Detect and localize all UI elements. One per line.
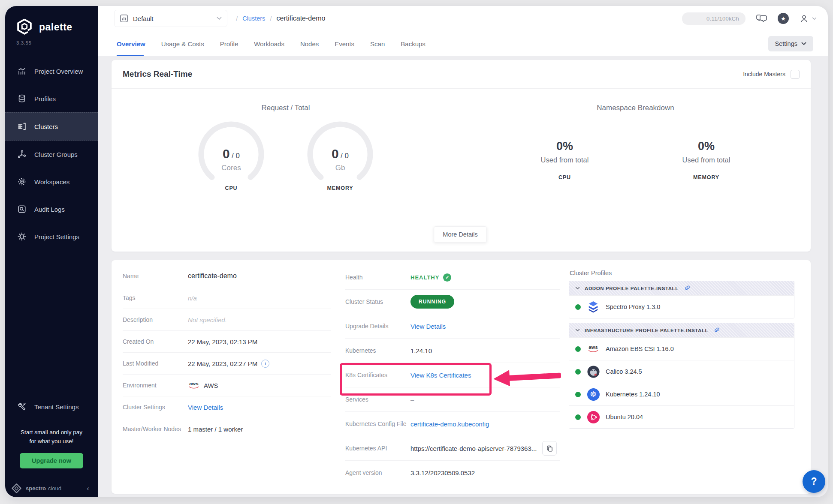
detail-row-name: Name certificate-demo bbox=[123, 265, 331, 287]
sidebar-footer: spectro cloud ‹ bbox=[5, 479, 98, 497]
tools-icon bbox=[17, 402, 27, 411]
sidebar-item-tenant-settings[interactable]: Tenant Settings bbox=[5, 395, 98, 419]
cpu-gauge-unit: Cores bbox=[195, 164, 267, 172]
sidebar-item-workspaces[interactable]: Workspaces bbox=[5, 168, 98, 195]
addon-profile-header[interactable]: ADDON PROFILE PALETTE-INSTALL bbox=[569, 281, 794, 295]
pack-row-spectro-proxy[interactable]: Spectro Proxy 1.3.0 bbox=[569, 295, 794, 318]
aws-logo-icon: aws bbox=[188, 381, 200, 389]
chevron-down-icon bbox=[575, 287, 580, 290]
project-chart-icon bbox=[120, 14, 128, 23]
copy-icon[interactable] bbox=[542, 441, 557, 456]
chat-icon[interactable] bbox=[756, 14, 767, 24]
row-label: Master/Worker Nodes bbox=[123, 426, 188, 432]
row-label: Cluster Status bbox=[345, 298, 410, 305]
spectro-proxy-logo-icon bbox=[587, 300, 600, 313]
sidebar-item-label: Project Settings bbox=[34, 233, 79, 240]
healthy-status-text: HEALTHY bbox=[410, 274, 439, 281]
request-total-panel: Request / Total 0 / 0 Cores CPU bbox=[112, 88, 460, 191]
pack-name: Spectro Proxy 1.3.0 bbox=[606, 303, 660, 310]
sidebar-item-clusters[interactable]: Clusters bbox=[5, 112, 98, 141]
settings-button-label: Settings bbox=[775, 40, 797, 47]
tab-events[interactable]: Events bbox=[335, 31, 354, 56]
cluster-profiles-title: Cluster Profiles bbox=[570, 270, 794, 276]
detail-row-cluster-settings: Cluster Settings View Details bbox=[123, 396, 331, 418]
view-k8s-certificates-link[interactable]: View K8s Certificates bbox=[410, 372, 471, 379]
more-details-button[interactable]: More Details bbox=[434, 226, 486, 243]
gauges: 0 / 0 Cores CPU 0 / bbox=[112, 120, 460, 191]
tab-overview[interactable]: Overview bbox=[117, 31, 145, 56]
created-on-value: 22 May, 2023, 02:13 PM bbox=[188, 338, 257, 345]
sidebar-nav: Project Overview Profiles Clusters Clust… bbox=[5, 57, 98, 250]
spectro-cloud-logo-icon bbox=[11, 483, 22, 494]
detail-row-agent-version: Agent version 3.3.12/20230509.0532 bbox=[345, 461, 560, 485]
sidebar-bottom: Tenant Settings Start small and only pay… bbox=[5, 395, 98, 497]
link-icon[interactable] bbox=[714, 327, 720, 334]
status-dot-green bbox=[575, 346, 581, 352]
pack-name: Amazon EBS CSI 1.16.0 bbox=[606, 345, 674, 352]
help-button[interactable]: ? bbox=[803, 470, 825, 493]
user-menu[interactable] bbox=[799, 14, 817, 24]
sidebar-item-cluster-groups[interactable]: Cluster Groups bbox=[5, 141, 98, 168]
memory-request-value: 0 bbox=[332, 147, 339, 161]
pack-row-kubernetes[interactable]: ☸ Kubernetes 1.24.10 bbox=[569, 383, 794, 405]
settings-button[interactable]: Settings bbox=[768, 36, 813, 51]
sidebar-item-project-settings[interactable]: Project Settings bbox=[5, 223, 98, 250]
memory-gauge-unit: Gb bbox=[304, 164, 376, 172]
sidebar-item-project-overview[interactable]: Project Overview bbox=[5, 57, 98, 85]
detail-row-upgrade-details: Upgrade Details View Details bbox=[345, 314, 560, 339]
chevron-down-icon bbox=[801, 42, 806, 45]
value-separator: / bbox=[232, 152, 234, 160]
row-label: K8s Certificates bbox=[345, 372, 410, 378]
details-left-column: Name certificate-demo Tags n/a Descripti… bbox=[123, 265, 331, 440]
sidebar-item-audit-logs[interactable]: Audit Logs bbox=[5, 195, 98, 223]
sidebar-item-label: Cluster Groups bbox=[34, 151, 78, 158]
kubernetes-api-url: https://certificate-demo-apiserver-78793… bbox=[410, 445, 537, 452]
sidebar-item-label: Project Overview bbox=[34, 68, 83, 75]
row-label: Agent version bbox=[345, 469, 410, 476]
tab-nodes[interactable]: Nodes bbox=[300, 31, 319, 56]
row-label: Description bbox=[123, 316, 188, 323]
star-badge-icon[interactable]: ★ bbox=[778, 13, 789, 24]
pack-row-ubuntu[interactable]: Ubuntu 20.04 bbox=[569, 405, 794, 428]
cpu-caption: Used from total bbox=[528, 156, 601, 164]
upgrade-view-details-link[interactable]: View Details bbox=[410, 323, 446, 330]
info-icon[interactable]: i bbox=[261, 360, 269, 368]
upgrade-now-button[interactable]: Upgrade now bbox=[20, 453, 83, 468]
status-dot-green bbox=[575, 304, 581, 310]
pack-name: Ubuntu 20.04 bbox=[606, 414, 643, 420]
cluster-settings-view-details-link[interactable]: View Details bbox=[188, 404, 223, 411]
logo-wordmark: palette bbox=[39, 21, 72, 33]
include-masters-checkbox[interactable] bbox=[791, 70, 800, 79]
services-value: – bbox=[410, 396, 414, 403]
breadcrumb-clusters-link[interactable]: Clusters bbox=[242, 15, 265, 22]
project-selector[interactable]: Default bbox=[114, 10, 227, 27]
tab-profile[interactable]: Profile bbox=[220, 31, 238, 56]
pack-row-amazon-ebs-csi[interactable]: aws Amazon EBS CSI 1.16.0 bbox=[569, 337, 794, 360]
pack-row-calico[interactable]: Calico 3.24.5 bbox=[569, 360, 794, 383]
top-bar: Default / Clusters / certificate-demo 0.… bbox=[98, 6, 828, 31]
sidebar-item-profiles[interactable]: Profiles bbox=[5, 85, 98, 112]
environment-value: aws AWS bbox=[188, 381, 218, 389]
cpu-gauge: 0 / 0 Cores CPU bbox=[195, 120, 267, 191]
namespace-memory-stat: 0% Used from total MEMORY bbox=[670, 140, 743, 180]
tab-backups[interactable]: Backups bbox=[401, 31, 426, 56]
chevron-down-icon bbox=[575, 329, 580, 332]
sidebar-collapse-button[interactable]: ‹ bbox=[87, 485, 89, 492]
infrastructure-profile-header[interactable]: INFRASTRUCTURE PROFILE PALETTE-INSTALL bbox=[569, 323, 794, 337]
tab-scan[interactable]: Scan bbox=[370, 31, 385, 56]
addon-profile-header-label: ADDON PROFILE PALETTE-INSTALL bbox=[585, 286, 679, 291]
link-icon[interactable] bbox=[684, 285, 691, 292]
detail-row-environment: Environment aws AWS bbox=[123, 375, 331, 396]
tab-usage-costs[interactable]: Usage & Costs bbox=[161, 31, 204, 56]
row-label: Services bbox=[345, 396, 410, 403]
row-label: Last Modified bbox=[123, 360, 188, 367]
kubeconfig-download-link[interactable]: certificate-demo.kubeconfig bbox=[410, 420, 489, 428]
breadcrumb-separator: / bbox=[270, 15, 272, 22]
kubernetes-logo-icon: ☸ bbox=[587, 388, 600, 401]
include-masters: Include Masters bbox=[743, 70, 800, 79]
detail-row-created-on: Created On 22 May, 2023, 02:13 PM bbox=[123, 331, 331, 353]
status-dot-green bbox=[575, 369, 581, 375]
detail-row-last-modified: Last Modified 22 May, 2023, 02:27 PM i bbox=[123, 353, 331, 375]
palette-logo-icon bbox=[15, 18, 33, 36]
tab-workloads[interactable]: Workloads bbox=[254, 31, 284, 56]
